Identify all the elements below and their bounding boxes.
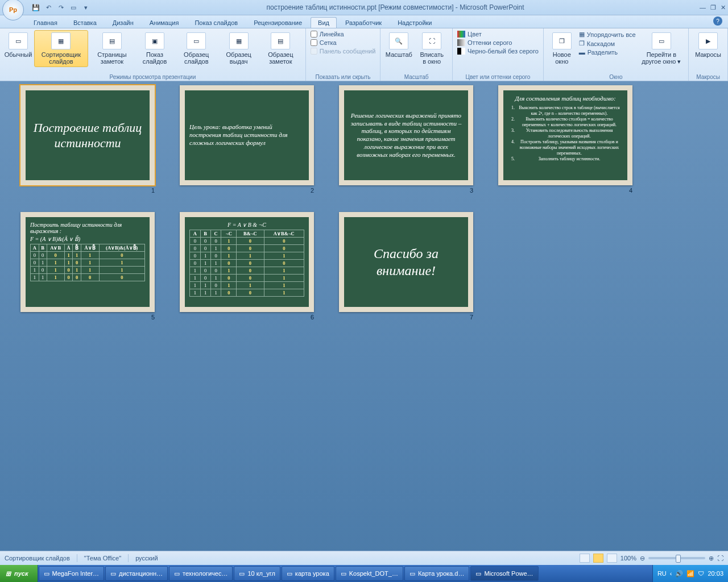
sorter-view-btn[interactable] (593, 554, 603, 563)
taskbar-item[interactable]: ▭карта урока (282, 566, 334, 581)
keyboard-layout[interactable]: RU (657, 570, 667, 577)
ribbon-tabs: Главная Вставка Дизайн Анимация Показ сл… (0, 15, 728, 28)
start-button[interactable]: ⊞пуск (0, 565, 38, 582)
close-button[interactable]: ✕ (721, 4, 726, 11)
fit-window-button[interactable]: ⛶Вписать в окно (415, 30, 449, 67)
bw-swatch-icon (457, 48, 465, 55)
title-bar: Pp 💾 ↶ ↷ ▭ ▾ построение таблиц истинност… (0, 0, 728, 15)
minimize-button[interactable]: — (700, 4, 706, 11)
quick-access-toolbar: 💾 ↶ ↷ ▭ ▾ (31, 2, 91, 13)
taskbar-item[interactable]: ▭Kospekt_DOT_… (336, 566, 403, 581)
ribbon: ▭Обычный ▦Сортировщик слайдов ▤Страницы … (0, 28, 728, 81)
clock[interactable]: 20:03 (708, 570, 723, 577)
tab-animation[interactable]: Анимация (142, 17, 187, 28)
taskbar-item[interactable]: ▭10 кл_угл (234, 566, 280, 581)
tray-shield-icon[interactable]: 🛡 (698, 570, 704, 577)
taskbar-item[interactable]: ▭MegaFon Inter… (39, 566, 105, 581)
split-option[interactable]: ▬Разделить (578, 48, 637, 56)
tab-home[interactable]: Главная (26, 17, 65, 28)
status-theme: "Тема Office" (84, 555, 121, 562)
slide-thumb-4[interactable]: Для составления таблиц необходимо: Выясн… (498, 85, 632, 194)
slide-sorter-button[interactable]: ▦Сортировщик слайдов (34, 30, 88, 67)
normal-view-button[interactable]: ▭Обычный (3, 30, 33, 60)
grayscale-option[interactable]: Оттенки серого (456, 39, 540, 47)
gridlines-checkbox[interactable]: Сетка (309, 39, 377, 47)
slide-thumb-7[interactable]: Спасибо за внимание! 7 (339, 212, 473, 321)
undo-icon[interactable]: ↶ (43, 2, 53, 13)
taskbar-item[interactable]: ▭Microsoft Powe… (470, 566, 538, 581)
slide-sorter-workspace[interactable]: Построение таблиц истинности 1 Цель урок… (0, 80, 728, 551)
app-icon: ▭ (287, 570, 292, 577)
notes-master-icon: ▤ (271, 32, 290, 49)
tab-insert[interactable]: Вставка (66, 17, 104, 28)
cascade-option[interactable]: ❐Каскадом (578, 39, 637, 48)
slide-thumb-6[interactable]: F = A ∨ B & ¬C ABC¬CB&¬CA∨B&¬C0001000010… (180, 212, 314, 321)
status-language[interactable]: русский (135, 555, 158, 562)
notes-master-button[interactable]: ▤Образец заметок (259, 30, 302, 67)
slide-thumb-3[interactable]: Решение логических выражений принято зап… (339, 85, 473, 194)
tray-chevron-icon[interactable]: ‹ (670, 570, 672, 577)
slideshow-view-btn[interactable] (607, 554, 617, 563)
slide-thumb-5[interactable]: Построить таблицу истинности для выражен… (20, 212, 155, 321)
slide-number: 2 (311, 187, 314, 194)
truth-table: ABC¬CB&¬CA∨B&¬C0001000010000101110110001… (189, 230, 304, 297)
slide-formula: F = A ∨ B & ¬C (189, 222, 304, 228)
group-color: Цвет Оттенки серого Черно-белый без серо… (453, 28, 544, 81)
message-bar-checkbox[interactable]: Панель сообщений (309, 47, 377, 55)
save-icon[interactable]: 💾 (31, 2, 41, 13)
zoom-out-button[interactable]: ⊖ (640, 555, 645, 562)
tab-design[interactable]: Дизайн (105, 17, 141, 28)
tray-sound-icon[interactable]: 🔊 (675, 570, 683, 577)
zoom-button[interactable]: 🔍Масштаб (384, 30, 413, 60)
zoom-in-button[interactable]: ⊕ (709, 555, 714, 562)
taskbar-item[interactable]: ▭Карта урока.d… (404, 566, 469, 581)
slide-list: Выяснить количество строк в таблице (выч… (516, 105, 623, 162)
cascade-icon: ❐ (579, 40, 585, 47)
taskbar-item[interactable]: ▭технологичес… (169, 566, 233, 581)
zoom-value[interactable]: 100% (621, 555, 636, 562)
gray-swatch-icon (457, 39, 465, 46)
macros-button[interactable]: ▶Макросы (692, 30, 724, 60)
slideshow-button[interactable]: ▣Показ слайдов (136, 30, 173, 67)
tray-network-icon[interactable]: 📶 (686, 570, 694, 577)
color-option[interactable]: Цвет (456, 30, 540, 38)
normal-view-btn[interactable] (580, 554, 590, 563)
window-title: построение таблиц истинности.ppt [Режим … (91, 3, 700, 11)
slide-number: 5 (151, 314, 155, 321)
zoom-slider[interactable] (648, 557, 705, 559)
tab-developer[interactable]: Разработчик (338, 17, 389, 28)
slide-thumb-1[interactable]: Построение таблиц истинности 1 (20, 85, 155, 194)
slide-master-button[interactable]: ▭Образец слайдов (175, 30, 218, 67)
handout-master-button[interactable]: ▦Образец выдач (219, 30, 258, 67)
restore-button[interactable]: ❐ (710, 4, 716, 11)
switch-window-button[interactable]: ▭Перейти в другое окно ▾ (638, 30, 685, 67)
group-macros: ▶Макросы Макросы (689, 28, 728, 81)
tab-view[interactable]: Вид (311, 17, 337, 28)
zoom-icon: 🔍 (389, 32, 408, 49)
bw-option[interactable]: Черно-белый без серого (456, 47, 540, 55)
tab-review[interactable]: Рецензирование (246, 17, 309, 28)
notes-page-button[interactable]: ▤Страницы заметок (89, 30, 135, 67)
system-tray[interactable]: RU ‹ 🔊 📶 🛡 20:03 (652, 565, 728, 582)
tab-addins[interactable]: Надстройки (390, 17, 439, 28)
qat-menu-icon[interactable]: ▾ (81, 2, 91, 13)
notes-icon: ▤ (102, 32, 122, 49)
print-icon[interactable]: ▭ (68, 2, 78, 13)
tab-slideshow[interactable]: Показ слайдов (187, 17, 245, 28)
slideshow-icon: ▣ (145, 32, 164, 49)
fit-slide-button[interactable]: ⛶ (717, 555, 723, 562)
slide-master-icon: ▭ (187, 32, 206, 49)
slide-thumb-2[interactable]: Цель урока: выработка умений построения … (180, 85, 314, 194)
normal-view-icon: ▭ (9, 32, 28, 49)
app-icon: ▭ (341, 570, 346, 577)
slide-body: Цель урока: выработка умений построения … (189, 123, 304, 147)
taskbar-item[interactable]: ▭дистанционн… (105, 566, 168, 581)
slide-number: 7 (470, 314, 473, 321)
switch-window-icon: ▭ (652, 32, 671, 49)
new-window-button[interactable]: ❐Новое окно (547, 30, 577, 67)
help-icon[interactable]: ? (713, 16, 722, 26)
arrange-all-option[interactable]: ▦Упорядочить все (578, 30, 637, 39)
redo-icon[interactable]: ↷ (56, 2, 66, 13)
slide-number: 1 (151, 187, 155, 194)
ruler-checkbox[interactable]: Линейка (309, 30, 377, 38)
